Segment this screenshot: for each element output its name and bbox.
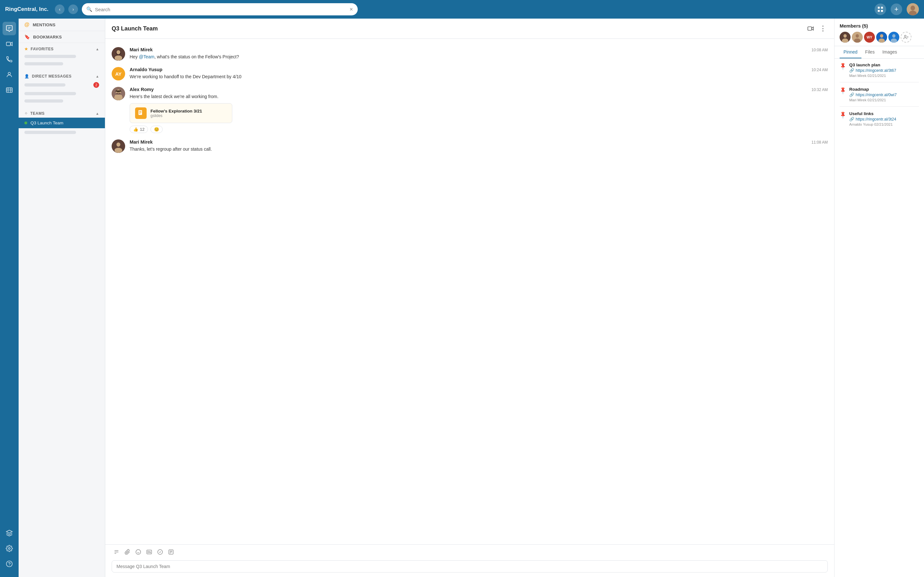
favorites-chevron: ▲ [95, 47, 99, 51]
svg-rect-26 [115, 95, 122, 98]
icon-bar-video[interactable] [3, 37, 16, 51]
add-button[interactable]: + [891, 3, 902, 15]
svg-point-52 [880, 34, 883, 38]
icon-bar-chat[interactable] [3, 22, 16, 35]
user-avatar[interactable] [907, 3, 919, 15]
person-icon: 👤 [24, 74, 29, 79]
clear-search-icon[interactable]: ✕ [349, 7, 353, 12]
dm-placeholder-3 [24, 99, 63, 103]
icon-bar-phone[interactable] [3, 53, 16, 66]
search-input[interactable] [95, 7, 347, 12]
message-author-4: Mari Mirek [129, 139, 153, 145]
member-avatar-5[interactable] [888, 32, 899, 43]
pinned-item-link-3[interactable]: 🔗 https://ringcentr.al/3t24 [849, 117, 896, 121]
svg-point-49 [856, 34, 859, 38]
topbar: RingCentral, Inc. ‹ › 🔍 ✕ + [0, 0, 924, 19]
members-title: Members (5) [840, 23, 919, 29]
main-layout: @ MENTIONS 🔖 BOOKMARKS ★ FAVORITES ▲ 👤 D… [0, 19, 924, 577]
sidebar-item-mentions[interactable]: @ MENTIONS [19, 19, 105, 31]
attachment-card[interactable]: Fellow's Exploration 3/21 gslides [129, 103, 232, 123]
icon-bar-settings[interactable] [3, 542, 16, 555]
tab-images[interactable]: Images [879, 46, 901, 58]
teams-chevron: ▲ [95, 111, 99, 115]
dm-item-1[interactable]: 2 [19, 81, 105, 89]
favorites-section-header[interactable]: ★ FAVORITES ▲ [19, 43, 105, 53]
svg-point-28 [120, 92, 121, 93]
message-group-4: Mari Mirek 11:08 AM Thanks, let's regrou… [111, 136, 828, 156]
topbar-right: + [875, 3, 919, 15]
apps-grid-button[interactable] [875, 3, 886, 15]
pinned-item-title-3: Useful links [849, 111, 896, 116]
icon-bar-apps[interactable] [3, 526, 16, 540]
attach-file-button[interactable] [123, 548, 132, 558]
format-text-button[interactable] [111, 548, 121, 558]
svg-point-57 [905, 35, 906, 37]
svg-point-34 [116, 143, 120, 147]
chat-title: Q3 Launch Team [111, 25, 806, 32]
member-avatar-2[interactable] [852, 32, 863, 43]
chat-input[interactable] [111, 560, 828, 572]
icon-bar-contacts[interactable] [3, 68, 16, 81]
tab-pinned[interactable]: Pinned [840, 46, 861, 58]
svg-rect-30 [139, 111, 142, 112]
emoji-button[interactable] [134, 548, 143, 558]
message-author-1: Mari Mirek [129, 47, 153, 52]
snippet-button[interactable] [166, 548, 176, 558]
chat-header: Q3 Launch Team ⋮ [105, 19, 834, 39]
member-avatar-4[interactable] [876, 32, 887, 43]
dm-placeholder-2 [24, 92, 76, 95]
add-member-button[interactable] [901, 32, 911, 43]
svg-rect-3 [881, 10, 883, 12]
dm-section-header[interactable]: 👤 DIRECT MESSAGES ▲ [19, 70, 105, 81]
message-group-3: Alex Romy 10:32 AM Here's the latest dec… [111, 84, 828, 136]
icon-bar-inbox[interactable] [3, 83, 16, 97]
attachment-details: Fellow's Exploration 3/21 gslides [150, 109, 202, 118]
message-header-3: Alex Romy 10:32 AM [129, 87, 828, 92]
sidebar-item-bookmarks[interactable]: 🔖 BOOKMARKS [19, 31, 105, 43]
icon-bar-help[interactable] [3, 557, 16, 571]
svg-rect-11 [6, 88, 12, 93]
message-text-2: We're working to handoff to the Dev Depa… [129, 73, 828, 80]
pin-icon-1: 📌 [838, 62, 847, 71]
svg-rect-9 [6, 42, 11, 46]
svg-rect-1 [881, 7, 883, 9]
svg-point-20 [115, 55, 122, 61]
favorites-placeholder-1 [24, 55, 76, 58]
pinned-item-link-1[interactable]: 🔗 https://ringcentr.al/3t67 [849, 68, 896, 73]
favorites-placeholder-2 [24, 62, 63, 65]
chat-messages: Mari Mirek 10:08 AM Hey @Team, what's th… [105, 39, 834, 544]
sidebar-item-q3-launch-team[interactable]: Q3 Launch Team [19, 118, 105, 128]
dm-title: 👤 DIRECT MESSAGES [24, 74, 71, 79]
more-options-button[interactable]: ⋮ [818, 23, 828, 34]
member-avatar-3[interactable]: WY [864, 32, 875, 43]
pinned-divider-1 [840, 82, 919, 82]
message-text-1: Hey @Team, what's the status on the Fell… [129, 53, 828, 60]
sidebar: @ MENTIONS 🔖 BOOKMARKS ★ FAVORITES ▲ 👤 D… [19, 19, 105, 577]
video-call-button[interactable] [806, 24, 816, 33]
attachment-type: gslides [150, 113, 202, 118]
emoji-reaction[interactable]: 😊 [150, 126, 163, 133]
search-icon: 🔍 [86, 6, 92, 12]
tab-files[interactable]: Files [861, 46, 879, 58]
svg-rect-2 [878, 10, 880, 12]
message-time-4: 11:08 AM [811, 140, 828, 145]
dm-badge: 2 [94, 82, 99, 88]
message-author-3: Alex Romy [129, 87, 153, 92]
avatar-arnaldo: AY [111, 67, 125, 81]
pinned-item-body-1: Q3 launch plan 🔗 https://ringcentr.al/3t… [849, 63, 896, 77]
message-header-4: Mari Mirek 11:08 AM [129, 139, 828, 145]
teams-section-header[interactable]: ⁘ TEAMS ▲ [19, 107, 105, 118]
member-avatar-1[interactable] [840, 32, 851, 43]
thumbs-up-reaction[interactable]: 👍 12 [129, 126, 148, 133]
pinned-item-link-2[interactable]: 🔗 https://ringcentr.al/0wi7 [849, 92, 897, 97]
svg-point-27 [116, 92, 118, 93]
back-button[interactable]: ‹ [55, 5, 65, 14]
pinned-item-meta-1: Mari Mirek 02/21/2021 [849, 74, 896, 77]
gif-button[interactable] [144, 548, 154, 558]
forward-button[interactable]: › [68, 5, 78, 14]
message-content-4: Mari Mirek 11:08 AM Thanks, let's regrou… [129, 139, 828, 153]
chat-header-actions: ⋮ [806, 23, 828, 34]
pinned-item-1: 📌 Q3 launch plan 🔗 https://ringcentr.al/… [840, 63, 919, 77]
task-button[interactable] [155, 548, 165, 558]
members-avatars: WY [840, 32, 919, 43]
